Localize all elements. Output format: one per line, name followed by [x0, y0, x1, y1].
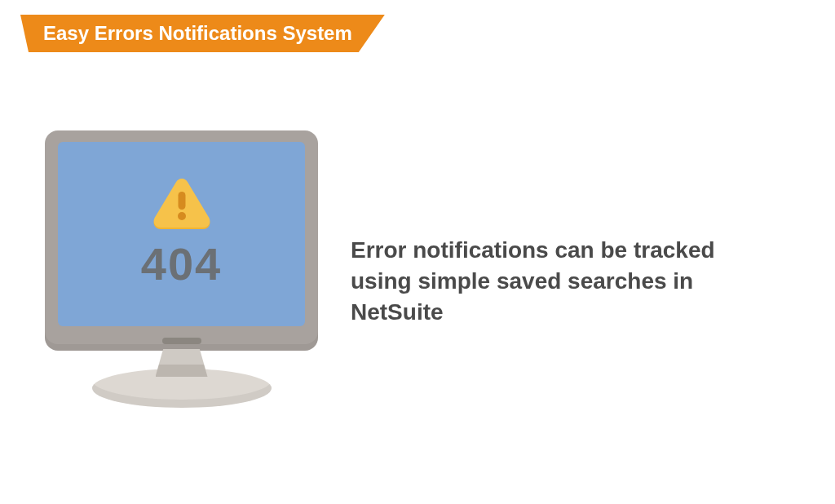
- warning-icon: [152, 179, 211, 229]
- slide-content-row: 404 Error notifications can be tracked u…: [45, 130, 802, 432]
- svg-rect-0: [178, 192, 185, 210]
- error-code-404: 404: [141, 237, 222, 290]
- slide-body-text: Error notifications can be tracked using…: [351, 235, 734, 327]
- monitor-illustration: 404: [45, 130, 318, 432]
- monitor-button-strip: [162, 338, 201, 344]
- slide-title-banner: Easy Errors Notifications System: [20, 15, 385, 52]
- monitor-frame: 404: [45, 130, 318, 351]
- monitor-screen: 404: [58, 142, 305, 326]
- slide-title: Easy Errors Notifications System: [43, 22, 352, 45]
- monitor-neck: [156, 349, 208, 377]
- svg-point-1: [178, 212, 186, 220]
